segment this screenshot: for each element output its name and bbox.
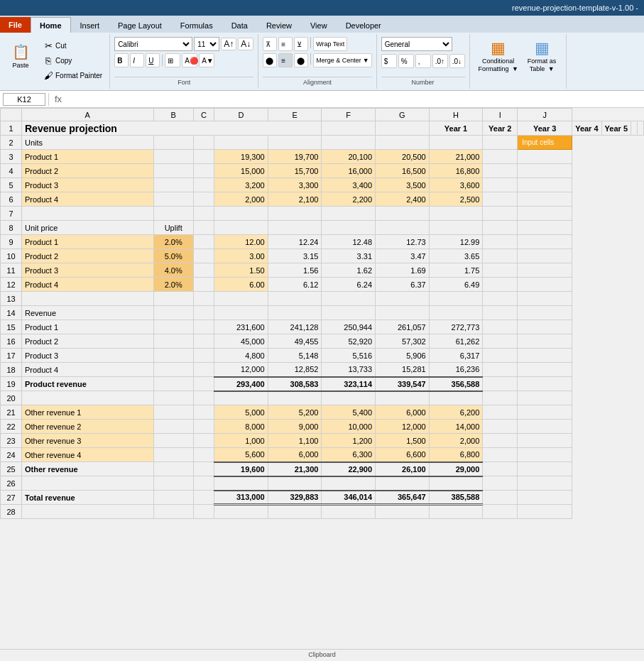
- cell-2-f[interactable]: [322, 136, 376, 150]
- cell-17-g[interactable]: 5,906: [376, 349, 430, 363]
- cell-9-j[interactable]: [518, 235, 572, 249]
- italic-button[interactable]: I: [130, 53, 144, 67]
- col-header-e[interactable]: E: [268, 109, 322, 121]
- cell-14-f[interactable]: [322, 306, 376, 320]
- cell-9-d[interactable]: 12.00: [214, 235, 268, 249]
- cell-2-c[interactable]: [193, 136, 214, 150]
- cell-15-b[interactable]: [153, 320, 193, 334]
- cell-23-g[interactable]: 1,500: [376, 434, 430, 448]
- cell-17-d[interactable]: 4,800: [214, 349, 268, 363]
- cell-22-f[interactable]: 10,000: [322, 420, 376, 434]
- cell-19-e[interactable]: 308,583: [268, 377, 322, 391]
- tab-file[interactable]: File: [0, 17, 31, 33]
- cell-24-d[interactable]: 5,600: [214, 448, 268, 462]
- cell-10-g[interactable]: 3.47: [376, 249, 430, 263]
- cell-10-b[interactable]: 5.0%: [153, 249, 193, 263]
- cell-8-e[interactable]: [268, 221, 322, 235]
- cell-17-j[interactable]: [518, 349, 572, 363]
- cell-24-c[interactable]: [193, 448, 214, 462]
- tab-formulas[interactable]: Formulas: [171, 17, 222, 33]
- cell-25-f[interactable]: 22,900: [322, 462, 376, 476]
- cell-5-h[interactable]: 3,600: [429, 178, 483, 192]
- cell-15-d[interactable]: 231,600: [214, 320, 268, 334]
- cell-3-f[interactable]: 20,100: [322, 150, 376, 164]
- cell-13-c[interactable]: [193, 292, 214, 306]
- cell-14-e[interactable]: [268, 306, 322, 320]
- cell-10-j[interactable]: [518, 249, 572, 263]
- cell-22-j[interactable]: [518, 420, 572, 434]
- cell-3-g[interactable]: 20,500: [376, 150, 430, 164]
- row-header-21[interactable]: 21: [1, 405, 22, 420]
- cell-24-b[interactable]: [153, 448, 193, 462]
- cell-2-a[interactable]: Units: [22, 136, 154, 150]
- cell-22-i[interactable]: [483, 420, 518, 434]
- cell-27-j[interactable]: [518, 491, 572, 505]
- row-header-26[interactable]: 26: [1, 476, 22, 491]
- cell-8-d[interactable]: [214, 221, 268, 235]
- cell-6-g[interactable]: 2,400: [376, 192, 430, 207]
- cell-20-g[interactable]: [376, 391, 430, 405]
- cell-18-i[interactable]: [483, 363, 518, 377]
- row-header-11[interactable]: 11: [1, 263, 22, 278]
- cell-16-e[interactable]: 49,455: [268, 334, 322, 349]
- cell-4-f[interactable]: 16,000: [322, 164, 376, 178]
- number-format-select[interactable]: General: [381, 37, 452, 51]
- cell-4-e[interactable]: 15,700: [268, 164, 322, 178]
- cell-20-e[interactable]: [268, 391, 322, 405]
- cell-24-h[interactable]: 6,800: [429, 448, 483, 462]
- row-header-10[interactable]: 10: [1, 249, 22, 263]
- cell-16-f[interactable]: 52,920: [322, 334, 376, 349]
- cell-16-c[interactable]: [193, 334, 214, 349]
- decrease-font-button[interactable]: A↓: [238, 38, 253, 50]
- cell-7-i[interactable]: [483, 207, 518, 221]
- cell-20-i[interactable]: [483, 391, 518, 405]
- col-header-i[interactable]: I: [483, 109, 518, 121]
- cell-25-c[interactable]: [193, 462, 214, 476]
- cell-6-e[interactable]: 2,100: [268, 192, 322, 207]
- row-header-1[interactable]: 1: [1, 121, 22, 136]
- cell-14-h[interactable]: [429, 306, 483, 320]
- cell-24-f[interactable]: 6,300: [322, 448, 376, 462]
- cell-26-b[interactable]: [153, 476, 193, 491]
- cell-11-g[interactable]: 1.69: [376, 263, 430, 278]
- col-header-j[interactable]: J: [518, 109, 572, 121]
- cell-19-b[interactable]: [153, 377, 193, 391]
- cell-4-b[interactable]: [153, 164, 193, 178]
- tab-home[interactable]: Home: [31, 17, 71, 33]
- cell-8-i[interactable]: [483, 221, 518, 235]
- cell-13-d[interactable]: [214, 292, 268, 306]
- cell-12-b[interactable]: 2.0%: [153, 278, 193, 292]
- cell-26-i[interactable]: [483, 476, 518, 491]
- cell-10-a[interactable]: Product 2: [22, 249, 154, 263]
- cell-3-j[interactable]: [518, 150, 572, 164]
- col-header-g[interactable]: G: [376, 109, 430, 121]
- cell-7-j[interactable]: [518, 207, 572, 221]
- cell-18-f[interactable]: 13,733: [322, 363, 376, 377]
- cell-22-b[interactable]: [153, 420, 193, 434]
- cell-12-j[interactable]: [518, 278, 572, 292]
- row-header-22[interactable]: 22: [1, 420, 22, 434]
- cell-9-f[interactable]: 12.48: [322, 235, 376, 249]
- cell-23-i[interactable]: [483, 434, 518, 448]
- tab-data[interactable]: Data: [222, 17, 257, 33]
- cell-21-i[interactable]: [483, 405, 518, 420]
- cell-12-i[interactable]: [483, 278, 518, 292]
- cell-20-b[interactable]: [153, 391, 193, 405]
- row-header-9[interactable]: 9: [1, 235, 22, 249]
- cell-17-a[interactable]: Product 3: [22, 349, 154, 363]
- align-top-button[interactable]: ⊼: [263, 37, 277, 51]
- cell-28-d[interactable]: [214, 505, 268, 519]
- cell-26-a[interactable]: [22, 476, 154, 491]
- cell-19-i[interactable]: [483, 377, 518, 391]
- align-center-button[interactable]: ≡: [278, 53, 293, 67]
- cell-10-i[interactable]: [483, 249, 518, 263]
- currency-button[interactable]: $: [381, 54, 397, 68]
- cell-1-f[interactable]: Year 3: [518, 121, 572, 136]
- cell-11-f[interactable]: 1.62: [322, 263, 376, 278]
- cell-23-d[interactable]: 1,000: [214, 434, 268, 448]
- row-header-25[interactable]: 25: [1, 462, 22, 476]
- cell-11-c[interactable]: [193, 263, 214, 278]
- cell-9-h[interactable]: 12.99: [429, 235, 483, 249]
- cell-13-j[interactable]: [518, 292, 572, 306]
- cell-22-a[interactable]: Other revenue 2: [22, 420, 154, 434]
